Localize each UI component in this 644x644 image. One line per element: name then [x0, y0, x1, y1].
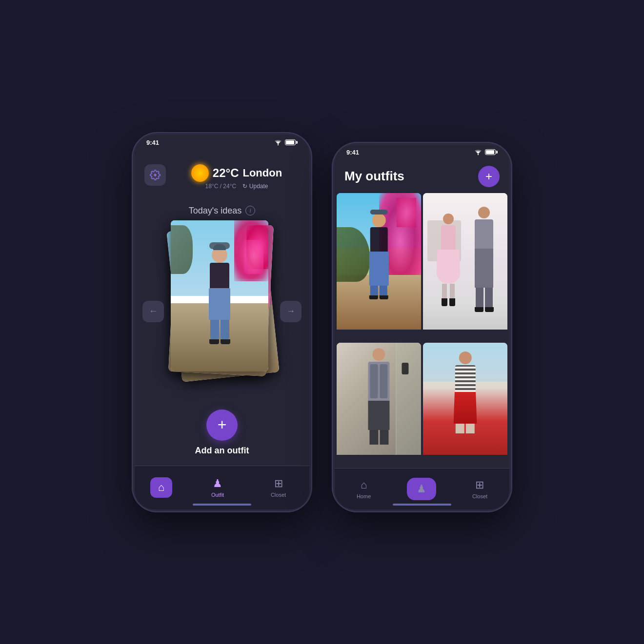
time-left: 9:41 [146, 139, 159, 146]
nav-closet-right[interactable]: ⊞ Closet [464, 475, 495, 503]
nav-closet[interactable]: ⊞ Closet [263, 473, 294, 502]
status-bar-left: 9:41 [135, 135, 309, 148]
closet-icon: ⊞ [274, 477, 283, 490]
home-bar [193, 504, 251, 506]
weather-range: 18°C / 24°C ↻ Update [205, 183, 268, 190]
outfits-header: My outfits + [335, 158, 509, 193]
weather-section: 22°C London 18°C / 24°C ↻ Update [174, 164, 300, 190]
nav-home[interactable]: ⌂ [150, 477, 172, 498]
outfit-icon-right: ♟ [417, 483, 426, 495]
update-btn[interactable]: ↻ Update [242, 183, 268, 190]
left-phone: 9:41 [132, 132, 312, 512]
todays-ideas-header: Today's ideas i [135, 206, 309, 216]
battery-icon-right [485, 149, 498, 155]
outfit-item-3[interactable] [337, 343, 421, 466]
outfit-item-1[interactable] [337, 193, 421, 341]
right-phone: 9:41 My outfits + [332, 142, 512, 512]
home-icon-right: ⌂ [361, 479, 367, 491]
add-outfit-button[interactable]: + [206, 410, 238, 441]
prev-outfit-button[interactable]: ← [142, 301, 164, 322]
right-screen: 9:41 My outfits + [335, 145, 509, 509]
add-outfit-section: + Add an outfit [135, 410, 309, 456]
closet-label: Closet [271, 492, 286, 498]
add-outfit-circle-button[interactable]: + [478, 166, 500, 187]
outfit-item-2[interactable] [423, 193, 507, 341]
outfit-icon: ♟ [213, 477, 222, 490]
todays-ideas-label: Today's ideas [189, 206, 242, 216]
weather-temp: 22°C [213, 166, 239, 180]
outfit-item-4[interactable] [423, 343, 507, 466]
outfits-title: My outfits [344, 169, 404, 184]
sun-icon [191, 164, 209, 182]
next-outfit-button[interactable]: → [280, 301, 302, 322]
closet-label-right: Closet [472, 493, 487, 499]
outfit-grid [335, 193, 509, 466]
closet-icon-right: ⊞ [475, 479, 484, 491]
bottom-nav-left: ⌂ ♟ Outfit ⊞ Closet [135, 466, 309, 509]
info-icon[interactable]: i [245, 206, 255, 215]
status-icons-right [474, 149, 498, 156]
wifi-icon [274, 139, 282, 146]
svg-point-0 [278, 144, 279, 145]
outfit-photo-stack [168, 220, 276, 386]
home-label-right: Home [357, 493, 371, 499]
time-right: 9:41 [346, 149, 359, 156]
add-outfit-label: Add an outfit [195, 446, 249, 456]
home-bar-right [393, 504, 451, 506]
nav-home-right[interactable]: ⌂ Home [349, 475, 379, 503]
weather-city: London [242, 167, 282, 179]
home-icon: ⌂ [158, 481, 164, 494]
svg-point-1 [478, 154, 479, 155]
outfit-label: Outfit [211, 492, 224, 498]
wifi-icon-right [474, 149, 483, 156]
status-icons-left [274, 139, 298, 146]
nav-outfit-right[interactable]: ♟ [407, 478, 436, 500]
nav-outfit[interactable]: ♟ Outfit [203, 473, 232, 502]
status-bar-right: 9:41 [335, 145, 509, 158]
settings-button[interactable] [144, 164, 166, 186]
left-screen: 9:41 [135, 135, 309, 509]
battery-icon [285, 139, 298, 145]
